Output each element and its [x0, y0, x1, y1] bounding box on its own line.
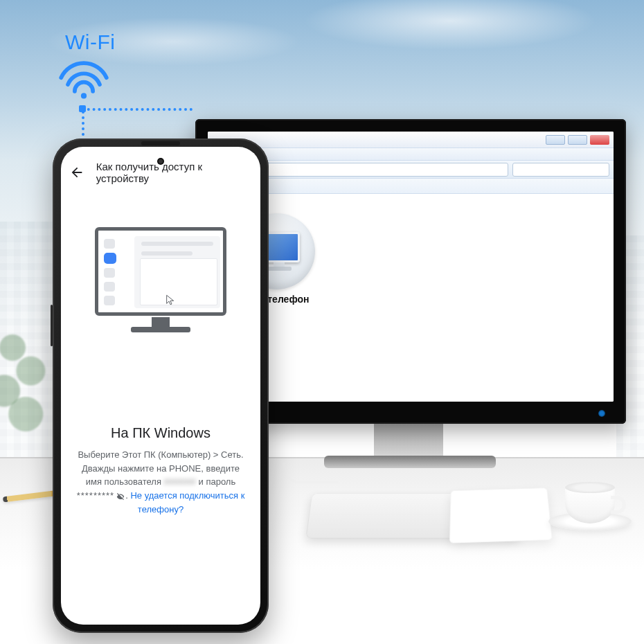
svg-point-0 — [81, 93, 87, 98]
smartphone: Как получить доступ к устройству — [53, 138, 269, 633]
phone-speaker — [141, 141, 180, 145]
window-maximize-button[interactable] — [568, 135, 587, 145]
window-close-button[interactable] — [590, 135, 609, 145]
visibility-off-icon[interactable] — [116, 489, 125, 503]
connection-line — [82, 108, 193, 111]
phone-screen: Как получить доступ к устройству — [61, 147, 260, 625]
instruction-text: На ПК Windows Выберите Этот ПК (Компьюте… — [61, 425, 260, 516]
page-title: Как получить доступ к устройству — [96, 161, 251, 184]
window-titlebar[interactable] — [208, 132, 614, 148]
phone-header: Как получить доступ к устройству — [61, 147, 260, 186]
power-led-icon — [598, 410, 605, 417]
instruction-body-mid: и пароль — [196, 476, 235, 487]
notebook-decor — [449, 488, 553, 543]
instruction-illustration — [88, 227, 233, 343]
troubleshoot-link[interactable]: Не удается подключиться к телефону? — [130, 490, 244, 515]
window-menubar[interactable] — [208, 148, 614, 161]
password-masked: ********* — [77, 490, 115, 501]
window-minimize-button[interactable] — [546, 135, 565, 145]
search-field[interactable] — [512, 163, 609, 177]
cursor-icon — [165, 294, 176, 308]
monitor-stand — [374, 421, 443, 460]
wifi-label: Wi-Fi — [65, 30, 115, 54]
instruction-heading: На ПК Windows — [76, 425, 245, 441]
cable — [283, 463, 338, 483]
front-camera-icon — [157, 158, 164, 165]
monitor-base — [324, 456, 496, 468]
back-button[interactable] — [68, 163, 87, 182]
instruction-body: Выберите Этот ПК (Компьютер) > Сеть. Два… — [76, 448, 245, 516]
username-masked: ###### — [164, 476, 196, 487]
wifi-indicator: Wi-Fi — [55, 30, 115, 100]
wifi-icon — [55, 57, 115, 100]
coffee-cup — [548, 478, 632, 530]
address-field[interactable] — [253, 163, 508, 177]
illustration-monitor-icon — [95, 227, 226, 316]
